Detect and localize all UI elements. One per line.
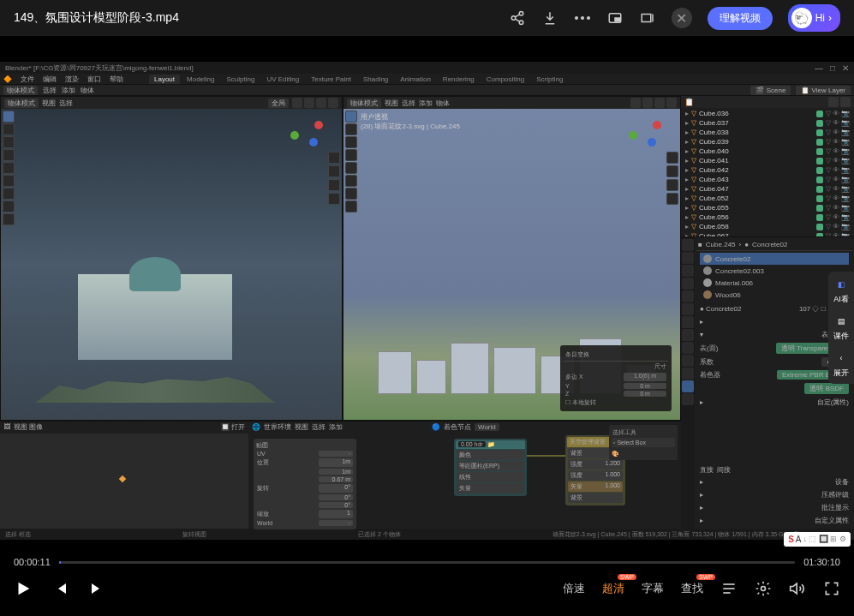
search-button[interactable]: 查找SWP	[681, 581, 703, 596]
tab-compositing[interactable]: Compositing	[481, 75, 529, 84]
close-icon[interactable]: ✕	[842, 63, 849, 73]
outliner-item[interactable]: ▸▽Cube.042▽ 👁 📷	[682, 165, 853, 175]
outliner-item[interactable]: ▸▽Cube.037▽ 👁 📷	[682, 118, 853, 128]
tool-add[interactable]	[3, 213, 15, 225]
outliner-item[interactable]: ▸▽Cube.056▽ 👁 📷	[682, 212, 853, 222]
tool-scale[interactable]	[3, 162, 15, 174]
nav-gizmo[interactable]	[290, 114, 325, 148]
tool-move[interactable]	[3, 136, 15, 148]
tab-modeling[interactable]: Modeling	[182, 75, 219, 84]
theater-icon[interactable]	[639, 9, 656, 27]
tool-cursor[interactable]	[3, 123, 15, 135]
outliner-item[interactable]: ▸▽Cube.036▽ 👁 📷	[682, 109, 853, 118]
minimize-icon[interactable]: —	[815, 63, 823, 73]
avatar-button[interactable]: 🐑 Hi ›	[788, 4, 840, 32]
pan-icon[interactable]	[328, 165, 340, 177]
outliner-item[interactable]: ▸▽Cube.043▽ 👁 📷	[682, 175, 853, 184]
axis-z-icon[interactable]	[309, 138, 318, 147]
understand-video-button[interactable]: 理解视频	[708, 7, 773, 30]
outliner-item[interactable]: ▸▽Cube.040▽ 👁 📷	[682, 147, 853, 156]
outliner-item[interactable]: ▸▽Cube.038▽ 👁 📷	[682, 128, 853, 137]
mode-dropdown[interactable]: 物体模式	[3, 86, 38, 95]
viewlayer-field[interactable]: 📋 View Layer	[796, 86, 851, 95]
vp-mode[interactable]: 物体模式	[4, 99, 39, 108]
download-icon[interactable]	[541, 9, 558, 27]
transform-panel[interactable]: 条目变换 尺寸 多边 X1.0(6) m Y0 m Z0 m ☐ 本地旋转	[560, 345, 672, 411]
prop-tab-modifier[interactable]	[682, 316, 694, 328]
tool-transform[interactable]	[3, 175, 15, 187]
speed-button[interactable]: 倍速	[563, 581, 585, 596]
pip-icon[interactable]	[606, 9, 624, 27]
tab-uvediting[interactable]: UV Editing	[261, 75, 304, 84]
input-method-badge[interactable]: S A ↓ ⬚ 🔲 ⊞ ⚙	[784, 532, 851, 547]
prop-tab-world[interactable]	[682, 290, 694, 302]
outliner-item[interactable]: ▸▽Cube.067▽ 👁 📷	[682, 231, 853, 237]
tool-select[interactable]	[3, 111, 15, 123]
prop-tab-output[interactable]	[682, 252, 694, 264]
expand-button[interactable]: ‹ 展开	[833, 350, 849, 379]
play-button[interactable]	[14, 579, 33, 598]
axis-y-icon[interactable]	[290, 131, 299, 140]
menu-window[interactable]: 窗口	[87, 75, 101, 84]
blender-logo-icon[interactable]: 🔶	[3, 75, 12, 83]
close-button[interactable]: ✕	[672, 8, 692, 28]
axis-x-icon[interactable]	[314, 121, 323, 129]
material-slot[interactable]: Concrete02	[700, 253, 849, 265]
prop-tab-view[interactable]	[682, 265, 694, 277]
tab-shading[interactable]: Shading	[358, 75, 393, 84]
menu-file[interactable]: 文件	[21, 75, 34, 84]
perspective-icon[interactable]	[328, 193, 340, 205]
tab-scripting[interactable]: Scripting	[531, 75, 568, 84]
next-button[interactable]	[89, 581, 105, 596]
playlist-icon[interactable]	[720, 580, 738, 597]
prop-tab-data[interactable]	[682, 368, 694, 380]
tab-layout[interactable]: Layout	[149, 75, 180, 84]
outliner-item[interactable]: ▸▽Cube.047▽ 👁 📷	[682, 184, 853, 194]
outliner-item[interactable]: ▸▽Cube.058▽ 👁 📷	[682, 222, 853, 231]
progress-bar[interactable]	[59, 561, 795, 564]
prop-tab-scene[interactable]	[682, 278, 694, 290]
prop-tab-material[interactable]	[682, 380, 694, 392]
quality-button[interactable]: 超清SWP	[602, 581, 624, 596]
ai-watch-button[interactable]: ◧ AI看	[833, 277, 849, 305]
prop-tab-constraint[interactable]	[682, 355, 694, 367]
volume-icon[interactable]	[789, 580, 806, 597]
tab-texturepaint[interactable]: Texture Paint	[306, 75, 356, 84]
prev-button[interactable]	[53, 581, 69, 596]
prop-tab-texture[interactable]	[682, 393, 694, 405]
scene-field[interactable]: 🎬 Scene	[750, 86, 791, 95]
env-texture-node[interactable]: 0.00 hdr 📁 颜色 等距圆柱(ERP) 线性 矢量	[454, 439, 527, 496]
tool-annotate[interactable]	[3, 188, 15, 200]
zoom-icon[interactable]	[328, 152, 340, 164]
maximize-icon[interactable]: □	[830, 63, 835, 73]
nav-gizmo-right[interactable]	[629, 114, 663, 148]
mapping-node[interactable]: 贴图 UV· 位置1m 1m 0.67 m 旋转0° 0° 0° 缩放1 Wor…	[254, 439, 356, 529]
viewport-right-canvas[interactable]: 用户透视 (28) 墙面花纹2-3.svg | Cube.245	[343, 109, 680, 420]
outliner-item[interactable]: ▸▽Cube.039▽ 👁 📷	[682, 137, 853, 147]
outliner-item[interactable]: ▸▽Cube.055▽ 👁 📷	[682, 203, 853, 212]
prop-tab-object[interactable]	[682, 303, 694, 315]
tool-rotate[interactable]	[3, 149, 15, 161]
settings-icon[interactable]	[755, 580, 772, 597]
prop-tab-render[interactable]	[682, 239, 694, 251]
outliner-list[interactable]: ▸▽Cube.036▽ 👁 📷▸▽Cube.037▽ 👁 📷▸▽Cube.038…	[681, 108, 854, 237]
share-icon[interactable]	[509, 9, 526, 27]
viewport-left-canvas[interactable]	[1, 109, 342, 420]
select-box-tool[interactable]: ▫ Select Box	[612, 438, 675, 447]
prop-tab-physics[interactable]	[682, 342, 694, 354]
menu-edit[interactable]: 编辑	[43, 75, 57, 84]
menu-render[interactable]: 渲染	[65, 75, 79, 84]
keyframe-icon[interactable]	[119, 475, 126, 482]
subtitle-button[interactable]: 字幕	[642, 581, 664, 596]
tool-measure[interactable]	[3, 200, 15, 212]
tab-rendering[interactable]: Rendering	[438, 75, 480, 84]
timeline-canvas[interactable]	[0, 434, 248, 529]
tab-animation[interactable]: Animation	[395, 75, 436, 84]
camera-icon[interactable]	[328, 179, 340, 191]
prop-tab-particle[interactable]	[682, 329, 694, 341]
more-icon[interactable]	[574, 9, 591, 27]
fullscreen-icon[interactable]	[823, 580, 840, 597]
outliner-item[interactable]: ▸▽Cube.052▽ 👁 📷	[682, 194, 853, 203]
tab-sculpting[interactable]: Sculpting	[222, 75, 260, 84]
menu-help[interactable]: 帮助	[110, 75, 123, 84]
